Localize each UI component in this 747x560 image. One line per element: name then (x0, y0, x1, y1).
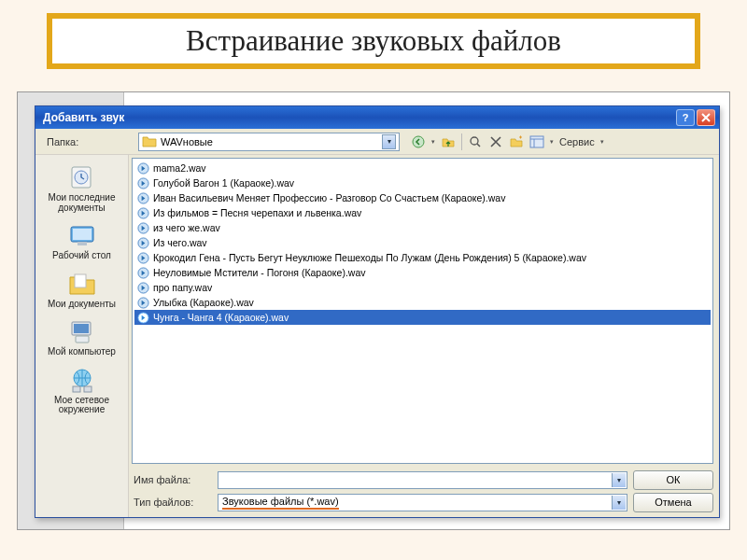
wav-file-icon (136, 176, 149, 189)
file-item[interactable]: mama2.wav (134, 161, 711, 175)
places-item-label: Мои документы (44, 300, 120, 310)
svg-rect-7 (78, 242, 87, 245)
file-item[interactable]: Из фильмов = Песня черепахи и львенка.wa… (134, 205, 711, 220)
slide-body-frame: Добавить звук ? Папка: WAVновые ▾ ▾ (17, 91, 730, 530)
svg-rect-2 (530, 136, 543, 147)
up-one-level-button[interactable] (439, 133, 458, 151)
filetype-combo[interactable]: Звуковые файлы (*.wav) ▾ (218, 494, 627, 511)
places-item-label: Мой компьютер (44, 347, 120, 357)
file-item[interactable]: Чунга - Чанга 4 (Караоке).wav (134, 310, 711, 325)
file-item-name: Из фильмов = Песня черепахи и львенка.wa… (153, 207, 361, 218)
close-button[interactable] (697, 109, 715, 126)
wav-file-icon (136, 311, 149, 324)
file-item[interactable]: из чего же.wav (134, 220, 711, 235)
filename-dd-icon[interactable]: ▾ (612, 473, 626, 487)
file-open-dialog: Добавить звук ? Папка: WAVновые ▾ ▾ (35, 105, 720, 518)
svg-rect-11 (76, 336, 89, 343)
dialog-body: Мои последние документыРабочий столМои д… (35, 155, 719, 517)
file-item-name: Голубой Вагон 1 (Караоке).wav (153, 177, 294, 189)
views-button[interactable] (528, 133, 546, 151)
back-menu-icon[interactable]: ▾ (430, 138, 437, 146)
file-item-name: Чунга - Чанга 4 (Караоке).wav (153, 312, 289, 323)
close-icon (701, 113, 711, 122)
wav-file-icon (136, 236, 149, 249)
svg-point-0 (413, 136, 424, 147)
file-item[interactable]: Улыбка (Караоке).wav (134, 295, 711, 310)
tools-menu-icon[interactable]: ▾ (599, 138, 606, 146)
places-item-recent[interactable]: Мои последние документы (41, 159, 123, 216)
file-item-name: Из чего.wav (153, 237, 207, 248)
folder-icon (142, 134, 157, 149)
file-pane: mama2.wavГолубой Вагон 1 (Караоке).wavИв… (129, 155, 719, 517)
toolbar-icons: ▾ ▾ Сервис ▾ (409, 133, 606, 151)
file-item[interactable]: Иван Васильевич Меняет Профессию - Разго… (134, 190, 711, 205)
ok-button[interactable]: ОК (633, 470, 713, 490)
places-item-label: Мои последние документы (44, 193, 120, 213)
file-item-name: Крокодил Гена - Пусть Бегут Неуклюже Пеш… (153, 252, 586, 263)
help-button[interactable]: ? (676, 109, 695, 126)
file-item[interactable]: про папу.wav (134, 280, 711, 295)
file-item[interactable]: Неуловимые Мстители - Погоня (Караоке).w… (134, 265, 711, 280)
file-item-name: Неуловимые Мстители - Погоня (Караоке).w… (153, 267, 366, 278)
chevron-down-icon[interactable]: ▾ (382, 134, 396, 149)
cancel-button[interactable]: Отмена (633, 493, 713, 512)
svg-rect-8 (75, 274, 86, 287)
places-item-mycomp[interactable]: Мой компьютер (41, 313, 123, 360)
svg-rect-6 (73, 229, 92, 240)
filename-label: Имя файла: (132, 474, 212, 485)
file-item-name: Иван Васильевич Меняет Профессию - Разго… (153, 192, 505, 203)
places-item-label: Рабочий стол (44, 251, 120, 261)
places-item-desktop[interactable]: Рабочий стол (41, 217, 123, 264)
file-item[interactable]: Из чего.wav (134, 235, 711, 250)
svg-point-1 (471, 137, 478, 145)
search-button[interactable] (466, 133, 485, 151)
wav-file-icon (136, 281, 149, 294)
filetype-label: Тип файлов: (132, 497, 212, 508)
folder-label: Папка: (41, 136, 134, 147)
file-list[interactable]: mama2.wavГолубой Вагон 1 (Караоке).wavИв… (132, 158, 713, 464)
delete-button[interactable] (486, 133, 505, 151)
window-title: Добавить звук (43, 111, 124, 124)
wav-file-icon (136, 191, 149, 204)
file-item-name: из чего же.wav (153, 222, 220, 233)
wav-file-icon (136, 206, 149, 219)
titlebar[interactable]: Добавить звук ? (35, 106, 719, 129)
places-item-network[interactable]: Мое сетевое окружение (41, 361, 123, 418)
wav-file-icon (136, 296, 149, 309)
folder-combo[interactable]: WAVновые ▾ (138, 133, 400, 151)
slide-title: Встраивание звуковых файлов (186, 24, 561, 57)
wav-file-icon (136, 266, 149, 279)
file-item[interactable]: Крокодил Гена - Пусть Бегут Неуклюже Пеш… (134, 250, 711, 265)
svg-rect-14 (84, 386, 92, 392)
desktop-icon (65, 220, 99, 250)
places-bar: Мои последние документыРабочий столМои д… (35, 155, 129, 517)
mycomp-icon (65, 316, 99, 346)
filetype-value: Звуковые файлы (*.wav) (222, 496, 339, 510)
recent-icon (65, 162, 99, 192)
file-item-name: про папу.wav (153, 282, 212, 293)
file-item-name: Улыбка (Караоке).wav (153, 297, 254, 308)
views-menu-icon[interactable]: ▾ (548, 138, 556, 146)
filename-input[interactable]: ▾ (218, 471, 627, 489)
folder-combo-text: WAVновые (161, 136, 213, 147)
file-item[interactable]: Голубой Вагон 1 (Караоке).wav (134, 175, 711, 190)
places-item-label: Мое сетевое окружение (44, 396, 120, 415)
back-button[interactable] (409, 133, 428, 151)
mydocs-icon (65, 269, 99, 299)
svg-rect-13 (73, 386, 80, 392)
new-folder-button[interactable] (507, 133, 526, 151)
tools-menu[interactable]: Сервис (557, 136, 597, 147)
file-item-name: mama2.wav (153, 162, 206, 174)
wav-file-icon (136, 221, 149, 234)
wav-file-icon (136, 251, 149, 264)
filetype-dd-icon[interactable]: ▾ (612, 496, 626, 510)
folder-toolbar: Папка: WAVновые ▾ ▾ ▾ Сервис ▾ (35, 129, 719, 155)
svg-rect-10 (74, 324, 89, 333)
places-item-mydocs[interactable]: Мои документы (41, 265, 123, 313)
wav-file-icon (136, 161, 149, 175)
network-icon (65, 365, 99, 395)
slide-title-frame: Встраивание звуковых файлов (47, 13, 700, 69)
bottom-rows: Имя файла: ▾ ОК Тип файлов: Звуковые фай… (129, 467, 719, 517)
